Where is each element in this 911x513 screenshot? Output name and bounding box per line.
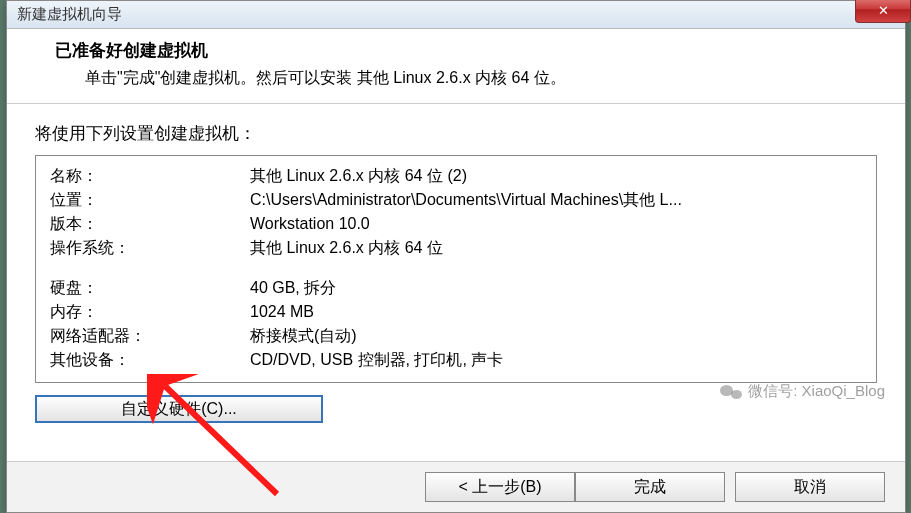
titlebar: 新建虚拟机向导 ✕: [7, 1, 905, 29]
summary-row-network: 网络适配器： 桥接模式(自动): [50, 324, 862, 348]
label-version: 版本：: [50, 212, 250, 236]
back-button[interactable]: < 上一步(B): [425, 472, 575, 502]
value-os: 其他 Linux 2.6.x 内核 64 位: [250, 236, 862, 260]
dialog-body: 已准备好创建虚拟机 单击"完成"创建虚拟机。然后可以安装 其他 Linux 2.…: [7, 29, 905, 512]
watermark: 微信号: XiaoQi_Blog: [720, 382, 885, 401]
cancel-button[interactable]: 取消: [735, 472, 885, 502]
content-area: 将使用下列设置创建虚拟机： 名称： 其他 Linux 2.6.x 内核 64 位…: [7, 104, 905, 461]
value-network: 桥接模式(自动): [250, 324, 862, 348]
wechat-icon: [720, 383, 742, 401]
header-block: 已准备好创建虚拟机 单击"完成"创建虚拟机。然后可以安装 其他 Linux 2.…: [7, 29, 905, 104]
value-version: Workstation 10.0: [250, 212, 862, 236]
header-title: 已准备好创建虚拟机: [37, 39, 875, 62]
window-title: 新建虚拟机向导: [11, 5, 122, 24]
value-memory: 1024 MB: [250, 300, 862, 324]
summary-box: 名称： 其他 Linux 2.6.x 内核 64 位 (2) 位置： C:\Us…: [35, 155, 877, 383]
watermark-text: 微信号: XiaoQi_Blog: [748, 382, 885, 401]
value-disk: 40 GB, 拆分: [250, 276, 862, 300]
label-network: 网络适配器：: [50, 324, 250, 348]
summary-row-disk: 硬盘： 40 GB, 拆分: [50, 276, 862, 300]
customize-hardware-button[interactable]: 自定义硬件(C)...: [35, 395, 323, 423]
button-bar: < 上一步(B) 完成 取消: [7, 461, 905, 512]
close-button[interactable]: ✕: [855, 0, 911, 23]
summary-row-memory: 内存： 1024 MB: [50, 300, 862, 324]
summary-row-location: 位置： C:\Users\Administrator\Documents\Vir…: [50, 188, 862, 212]
finish-button[interactable]: 完成: [575, 472, 725, 502]
label-name: 名称：: [50, 164, 250, 188]
value-name: 其他 Linux 2.6.x 内核 64 位 (2): [250, 164, 862, 188]
header-subtitle: 单击"完成"创建虚拟机。然后可以安装 其他 Linux 2.6.x 内核 64 …: [37, 68, 875, 89]
summary-row-name: 名称： 其他 Linux 2.6.x 内核 64 位 (2): [50, 164, 862, 188]
close-icon: ✕: [878, 3, 889, 18]
label-os: 操作系统：: [50, 236, 250, 260]
label-disk: 硬盘：: [50, 276, 250, 300]
value-location: C:\Users\Administrator\Documents\Virtual…: [250, 188, 862, 212]
wizard-window: 新建虚拟机向导 ✕ 已准备好创建虚拟机 单击"完成"创建虚拟机。然后可以安装 其…: [6, 0, 906, 513]
label-other: 其他设备：: [50, 348, 250, 372]
label-location: 位置：: [50, 188, 250, 212]
summary-row-other: 其他设备： CD/DVD, USB 控制器, 打印机, 声卡: [50, 348, 862, 372]
summary-row-os: 操作系统： 其他 Linux 2.6.x 内核 64 位: [50, 236, 862, 260]
summary-row-version: 版本： Workstation 10.0: [50, 212, 862, 236]
label-memory: 内存：: [50, 300, 250, 324]
value-other: CD/DVD, USB 控制器, 打印机, 声卡: [250, 348, 862, 372]
intro-text: 将使用下列设置创建虚拟机：: [35, 122, 877, 145]
